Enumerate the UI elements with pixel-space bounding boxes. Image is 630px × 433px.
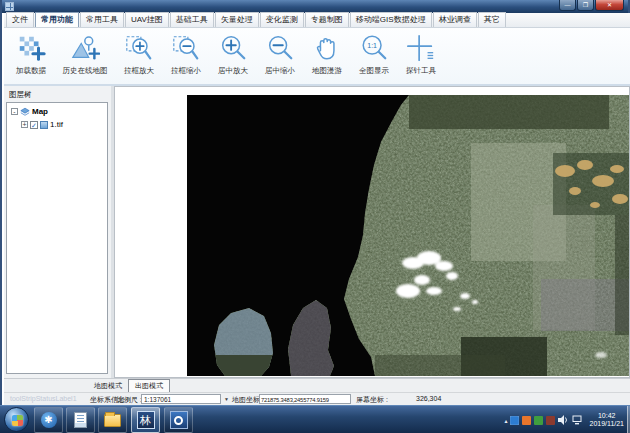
tab-map-mode[interactable]: 地图模式 xyxy=(88,380,128,392)
toolbar-button-label: 加载数据 xyxy=(16,66,46,76)
volume-icon[interactable] xyxy=(558,415,569,425)
minimize-button[interactable]: — xyxy=(559,0,576,11)
tree-node-layer[interactable]: + ✓ 1.tif xyxy=(21,120,107,129)
pan-map-button[interactable]: 地图漫游 xyxy=(304,31,350,83)
map-coord-value: 721875.3483,2455774.9159 xyxy=(259,394,351,404)
tab-mobile-gis-data[interactable]: 移动端GIS数据处理 xyxy=(350,12,432,27)
toolbar-button-label: 历史在线地图 xyxy=(63,66,108,76)
toolbar-button-label: 地图漫游 xyxy=(312,66,342,76)
center-zoom-in-button[interactable]: 居中放大 xyxy=(210,31,256,83)
tab-file[interactable]: 文件 xyxy=(6,12,34,27)
status-bar: toolStripStatusLabel1 坐标系信息 : 比例尺 : 1:13… xyxy=(4,392,630,405)
tray-blue-app-icon[interactable] xyxy=(510,416,519,425)
toolbar-button-label: 居中缩小 xyxy=(265,66,295,76)
raster-layer-icon xyxy=(40,121,48,129)
history-online-map-button[interactable]: 历史在线地图 xyxy=(55,31,115,83)
start-button[interactable] xyxy=(4,407,29,432)
box-zoom-out-icon xyxy=(171,33,201,63)
taskbar-app-asterisk[interactable]: ✱ xyxy=(34,407,63,433)
window-controls: — ❐ ✕ xyxy=(558,0,624,11)
tab-layout-mode[interactable]: 出图模式 xyxy=(128,379,170,393)
collapse-icon[interactable]: - xyxy=(11,108,18,115)
tab-basic-tools[interactable]: 基础工具 xyxy=(170,12,214,27)
tab-forestry-survey[interactable]: 林业调查 xyxy=(433,12,477,27)
tray-red-app-icon[interactable] xyxy=(546,416,555,425)
box-zoom-in-icon xyxy=(124,33,154,63)
tab-change-monitoring[interactable]: 变化监测 xyxy=(260,12,304,27)
tab-vector-processing[interactable]: 矢量处理 xyxy=(215,12,259,27)
full-extent-button[interactable]: 1:1 全图显示 xyxy=(351,31,397,83)
layer-tree[interactable]: - Map + ✓ 1.tif xyxy=(6,102,108,374)
toolbar-button-label: 探针工具 xyxy=(406,66,436,76)
scale-label: 比例尺 : xyxy=(117,395,142,405)
maximize-button[interactable]: ❐ xyxy=(577,0,594,11)
tab-uav-map[interactable]: UAV挂图 xyxy=(125,12,169,27)
probe-tool-button[interactable]: 探针工具 xyxy=(398,31,444,83)
box-zoom-out-button[interactable]: 拉框缩小 xyxy=(163,31,209,83)
center-zoom-out-button[interactable]: 居中缩小 xyxy=(257,31,303,83)
ribbon-toolbar: 加载数据 历史在线地图 拉框放大 xyxy=(4,28,630,86)
tree-node-label: Map xyxy=(32,107,48,116)
scale-combobox[interactable]: 1:137061 xyxy=(141,394,221,404)
windows-taskbar: ✱ 林 ▴ 10:42 2019/11/21 xyxy=(0,405,630,433)
layer-panel-title: 图层树 xyxy=(9,90,32,100)
network-icon[interactable] xyxy=(572,415,583,425)
screen-coord-label: 屏幕坐标 : xyxy=(356,395,388,405)
scale-dropdown-icon[interactable]: ▼ xyxy=(224,396,229,402)
asterisk-app-icon: ✱ xyxy=(41,412,57,428)
tab-thematic-mapping[interactable]: 专题制图 xyxy=(305,12,349,27)
center-zoom-in-icon xyxy=(218,33,248,63)
application-window: — ❐ ✕ 文件 常用功能 常用工具 UAV挂图 基础工具 矢量处理 变化监测 … xyxy=(0,0,630,433)
clock-date: 2019/11/21 xyxy=(589,420,624,428)
layer-checkbox[interactable]: ✓ xyxy=(30,121,38,129)
tab-common-tools[interactable]: 常用工具 xyxy=(80,12,124,27)
toolbar-button-label: 拉框放大 xyxy=(124,66,154,76)
layer-tree-panel: 图层树 - Map + ✓ 1.tif xyxy=(4,86,111,378)
toolbar-button-label: 拉框缩小 xyxy=(171,66,201,76)
show-hidden-icons-button[interactable]: ▴ xyxy=(504,417,507,424)
load-data-icon xyxy=(16,33,46,63)
toolbar-button-label: 全图显示 xyxy=(359,66,389,76)
windows-logo-icon xyxy=(12,415,23,426)
taskbar-app-explorer[interactable] xyxy=(98,407,127,433)
tray-orange-app-icon[interactable] xyxy=(522,416,531,425)
folder-icon xyxy=(104,414,121,427)
mode-tab-strip: 地图模式 出图模式 xyxy=(4,378,630,392)
main-area: 图层树 - Map + ✓ 1.tif xyxy=(4,86,630,378)
system-tray: ▴ 10:42 2019/11/21 xyxy=(504,406,624,433)
pan-hand-icon xyxy=(312,33,342,63)
close-button[interactable]: ✕ xyxy=(595,0,624,11)
probe-tool-icon xyxy=(406,33,436,63)
app-grid-icon xyxy=(5,2,14,11)
load-data-button[interactable]: 加载数据 xyxy=(8,31,54,83)
taskbar-clock[interactable]: 10:42 2019/11/21 xyxy=(586,412,624,428)
forest-app-icon: 林 xyxy=(137,411,155,429)
expand-icon[interactable]: + xyxy=(21,121,28,128)
box-zoom-in-button[interactable]: 拉框放大 xyxy=(116,31,162,83)
document-app-icon xyxy=(74,412,87,428)
tray-green-app-icon[interactable] xyxy=(534,416,543,425)
screen-coord-value: 326,304 xyxy=(416,395,441,402)
tree-node-map[interactable]: - Map xyxy=(11,107,107,116)
center-zoom-out-icon xyxy=(265,33,295,63)
layers-icon xyxy=(20,107,30,116)
tree-node-label: 1.tif xyxy=(50,120,63,129)
tab-common-functions[interactable]: 常用功能 xyxy=(35,12,79,27)
full-extent-icon: 1:1 xyxy=(359,33,389,63)
status-ghost-label: toolStripStatusLabel1 xyxy=(10,395,77,402)
menu-tab-bar: 文件 常用功能 常用工具 UAV挂图 基础工具 矢量处理 变化监测 专题制图 移… xyxy=(4,13,630,28)
taskbar-app-forest-gis[interactable]: 林 xyxy=(131,407,160,433)
tab-other[interactable]: 其它 xyxy=(478,12,506,27)
svg-text:1:1: 1:1 xyxy=(367,42,377,49)
map-view[interactable] xyxy=(114,86,630,378)
history-online-map-icon xyxy=(70,33,100,63)
taskbar-app-document[interactable] xyxy=(66,407,95,433)
circle-app-icon xyxy=(170,411,188,429)
map-canvas[interactable] xyxy=(115,87,629,377)
taskbar-app-circle[interactable] xyxy=(164,407,193,433)
clock-time: 10:42 xyxy=(589,412,624,420)
toolbar-button-label: 居中放大 xyxy=(218,66,248,76)
